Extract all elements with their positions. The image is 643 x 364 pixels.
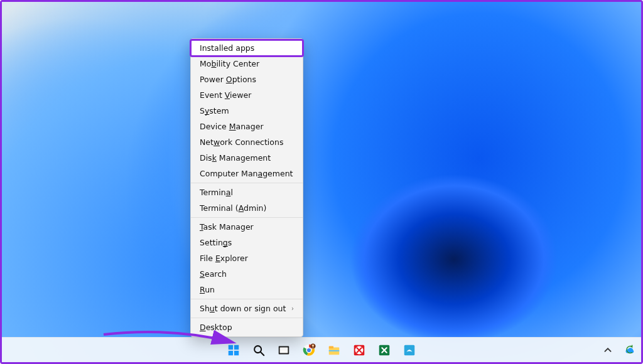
menu-item-label: Terminal (Admin)	[200, 203, 266, 213]
search-icon	[252, 343, 266, 357]
taskbar-search[interactable]	[248, 340, 269, 361]
menu-item-label: Search	[200, 269, 227, 279]
menu-item-label: Task Manager	[200, 222, 254, 232]
menu-item-device-manager[interactable]: Device Manager	[191, 119, 303, 134]
menu-item-label: Run	[200, 285, 215, 294]
menu-item-label: Event Viewer	[200, 90, 251, 100]
menu-separator	[191, 299, 303, 299]
menu-item-label: System	[200, 106, 229, 115]
svg-rect-2	[229, 350, 233, 355]
menu-item-label: Installed apps	[200, 43, 254, 53]
menu-item-label: Settings	[200, 238, 232, 247]
menu-item-label: Power Options	[200, 75, 256, 84]
menu-item-terminal[interactable]: Terminal	[191, 185, 303, 200]
svg-rect-3	[234, 350, 239, 355]
canada-post-icon	[352, 343, 366, 357]
menu-item-label: Network Connections	[200, 137, 283, 147]
hint-arrow	[102, 326, 240, 351]
menu-item-label: Shut down or sign out	[200, 304, 286, 313]
file-explorer-icon	[327, 343, 341, 357]
taskbar-chrome[interactable]	[298, 340, 320, 361]
onedrive-sync-icon	[622, 343, 636, 357]
menu-item-file-explorer[interactable]: File Explorer	[191, 250, 303, 266]
menu-item-label: Terminal	[200, 188, 233, 197]
menu-item-installed-apps[interactable]: Installed apps	[191, 40, 303, 56]
menu-separator	[191, 183, 303, 183]
chevron-up-icon	[601, 343, 615, 357]
menu-item-computer-management[interactable]: Computer Management	[191, 166, 303, 181]
taskbar-edge-legacy[interactable]	[399, 340, 420, 361]
menu-separator	[191, 318, 303, 318]
svg-rect-14	[329, 350, 340, 351]
menu-item-search[interactable]: Search	[191, 266, 303, 282]
menu-item-label: Mobility Center	[200, 59, 259, 68]
svg-point-11	[312, 344, 315, 346]
edge-legacy-icon	[403, 343, 416, 357]
task-view-icon	[277, 343, 291, 357]
menu-item-run[interactable]: Run	[191, 282, 303, 297]
excel-icon	[377, 343, 391, 357]
taskbar-file-explorer[interactable]	[323, 340, 345, 361]
menu-separator	[191, 217, 303, 218]
menu-item-label: Disk Management	[200, 153, 271, 163]
menu-item-settings[interactable]: Settings	[191, 235, 303, 250]
winx-context-menu: Installed appsMobility CenterPower Optio…	[190, 38, 303, 337]
taskbar-task-view[interactable]	[273, 340, 294, 361]
taskbar	[2, 337, 641, 362]
menu-item-mobility-center[interactable]: Mobility Center	[191, 56, 303, 72]
taskbar-excel[interactable]	[374, 340, 395, 361]
desktop[interactable]: Installed appsMobility CenterPower Optio…	[0, 0, 643, 364]
menu-item-shut-down-or-sign-out[interactable]: Shut down or sign out›	[191, 301, 303, 316]
tray-chevron-up[interactable]	[601, 340, 615, 361]
chrome-icon	[302, 343, 316, 357]
menu-item-event-viewer[interactable]: Event Viewer	[191, 87, 303, 103]
menu-item-disk-management[interactable]: Disk Management	[191, 150, 303, 166]
menu-item-power-options[interactable]: Power Options	[191, 72, 303, 87]
menu-item-label: Device Manager	[200, 122, 264, 131]
wallpaper-bloom	[2, 2, 641, 362]
menu-item-label: Computer Management	[200, 169, 293, 178]
menu-item-label: File Explorer	[200, 254, 248, 263]
menu-item-task-manager[interactable]: Task Manager	[191, 219, 303, 235]
tray-onedrive-sync[interactable]	[622, 340, 636, 361]
menu-item-system[interactable]: System	[191, 103, 303, 119]
menu-item-network-connections[interactable]: Network Connections	[191, 134, 303, 150]
chevron-right-icon: ›	[286, 305, 294, 312]
svg-rect-13	[329, 346, 333, 348]
svg-rect-6	[280, 347, 288, 353]
taskbar-canada-post[interactable]	[349, 340, 370, 361]
menu-item-terminal-admin[interactable]: Terminal (Admin)	[191, 200, 303, 216]
